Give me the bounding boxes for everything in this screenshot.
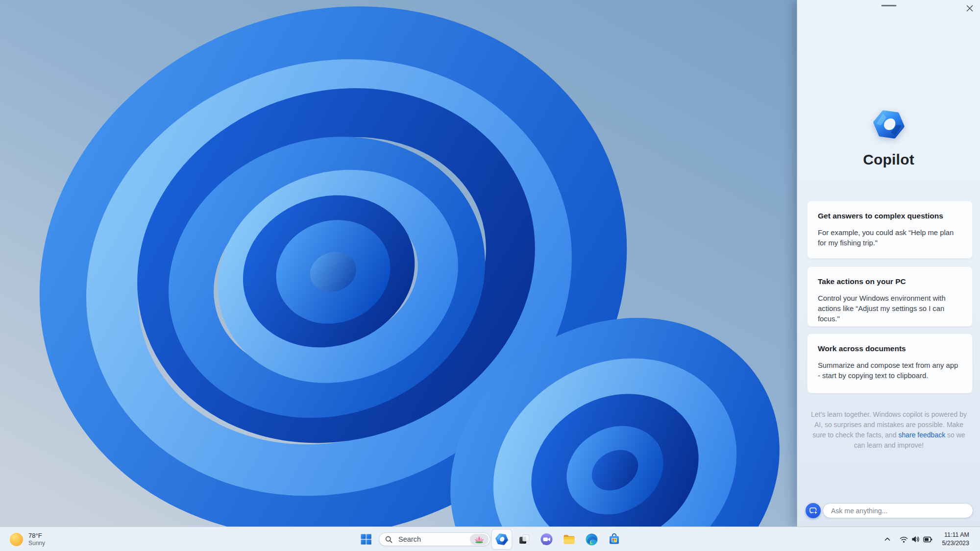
card-title: Take actions on your PC <box>818 277 962 286</box>
taskbar-app-copilot[interactable] <box>491 529 512 550</box>
screen: Copilot Get answers to complex questions… <box>0 0 980 551</box>
taskbar-app-edge[interactable] <box>581 529 602 550</box>
store-icon <box>608 533 621 546</box>
suggestion-card: Take actions on your PC Control your Win… <box>807 266 973 327</box>
task-view-icon <box>518 533 531 546</box>
tray-date: 5/23/2023 <box>926 539 969 548</box>
lotus-highlight-icon <box>474 536 484 543</box>
weather-temp: 78°F <box>28 532 45 540</box>
clock[interactable]: 11:11 AM 5/23/2023 <box>926 531 969 548</box>
panel-title: Copilot <box>797 151 980 168</box>
search-placeholder: Search <box>398 535 464 543</box>
network-button[interactable] <box>898 533 909 545</box>
sun-icon <box>10 533 23 546</box>
minimize-icon[interactable] <box>881 5 896 6</box>
file-explorer-icon <box>563 533 576 546</box>
volume-button[interactable] <box>909 533 921 545</box>
taskbar-app-file-explorer[interactable] <box>559 529 579 550</box>
copilot-logo-icon <box>873 109 905 140</box>
taskbar-app-store[interactable] <box>604 529 624 550</box>
bloom-wallpaper <box>0 0 798 527</box>
card-body: Control your Windows environment with ac… <box>818 293 962 324</box>
chat-icon <box>540 533 553 546</box>
share-feedback-link[interactable]: share feedback <box>898 431 945 439</box>
copilot-input[interactable] <box>823 503 973 518</box>
desktop[interactable] <box>0 0 798 527</box>
search-input[interactable]: Search <box>379 532 490 546</box>
card-title: Get answers to complex questions <box>818 212 962 220</box>
new-topic-icon <box>809 506 818 515</box>
weather-widget[interactable]: 78°F Sunny <box>7 527 48 551</box>
suggestion-card: Work across documents Summarize and comp… <box>807 334 973 393</box>
search-highlight-chip <box>470 534 489 545</box>
chevron-up-icon <box>884 536 891 543</box>
card-title: Work across documents <box>818 344 962 353</box>
card-body: Summarize and compose text from any app … <box>818 360 962 381</box>
new-topic-button[interactable] <box>806 503 821 518</box>
taskbar-app-task-view[interactable] <box>514 529 535 550</box>
search-icon <box>385 536 392 543</box>
start-button[interactable] <box>356 529 376 550</box>
edge-icon <box>585 533 598 546</box>
ai-disclaimer: Let’s learn together. Windows copilot is… <box>810 409 967 451</box>
show-hidden-icons-button[interactable] <box>882 533 893 545</box>
suggestion-card: Get answers to complex questions For exa… <box>807 201 973 259</box>
close-icon[interactable] <box>963 2 976 14</box>
tray-time: 11:11 AM <box>926 531 969 539</box>
taskbar-app-chat[interactable] <box>536 529 557 550</box>
volume-icon <box>911 535 920 543</box>
wifi-icon <box>900 536 908 543</box>
copilot-icon <box>495 533 508 546</box>
taskbar: 78°F Sunny Search <box>0 527 980 551</box>
card-body: For example, you could ask “Help me plan… <box>818 228 962 248</box>
windows-start-icon <box>361 534 371 545</box>
weather-condition: Sunny <box>28 540 45 547</box>
copilot-panel: Copilot Get answers to complex questions… <box>797 0 980 527</box>
